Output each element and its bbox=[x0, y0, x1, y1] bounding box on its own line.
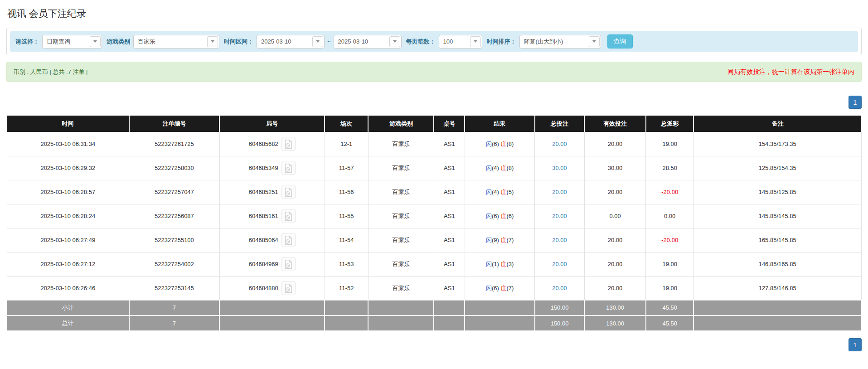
cell-session: 11-54 bbox=[325, 228, 368, 252]
total-bet-link[interactable]: 20.00 bbox=[552, 141, 567, 147]
total-bet-link[interactable]: 20.00 bbox=[552, 237, 567, 243]
view-video-button[interactable] bbox=[281, 257, 296, 271]
subtotal-row-cell-result bbox=[465, 300, 535, 316]
cell-bet_no: 522327258030 bbox=[129, 156, 220, 180]
time-sort-label: 时间排序： bbox=[487, 38, 516, 46]
subtotal-row-cell-round_no bbox=[219, 300, 325, 316]
video-record-icon bbox=[283, 211, 293, 221]
cell-payout: 19.00 bbox=[646, 276, 694, 300]
column-header-time: 时间 bbox=[7, 116, 129, 132]
date-from-select[interactable]: 2025-03-10 bbox=[257, 35, 325, 49]
cell-payout: 28.50 bbox=[646, 156, 694, 180]
grand-total-row-cell-remark bbox=[693, 316, 861, 331]
cell-remark: 154.35/173.35 bbox=[693, 132, 861, 156]
time-sort-select[interactable]: 降冪(由大到小) bbox=[519, 35, 601, 49]
summary-notice: 同局有效投注，统一计算在该局第一张注单内 bbox=[727, 68, 854, 76]
view-video-button[interactable] bbox=[281, 137, 296, 151]
time-range-label: 时间区间： bbox=[224, 38, 253, 46]
cell-table_no: AS1 bbox=[434, 252, 465, 276]
column-header-total_bet: 总投注 bbox=[535, 116, 584, 132]
cell-valid_bet: 20.00 bbox=[584, 180, 646, 204]
result-banker: 庄 bbox=[500, 165, 506, 171]
cell-round_no: 604684969 bbox=[219, 252, 325, 276]
column-header-remark: 备注 bbox=[693, 116, 861, 132]
cell-valid_bet: 20.00 bbox=[584, 132, 646, 156]
cell-bet_no: 522327253145 bbox=[129, 276, 220, 300]
result-banker-score: (7) bbox=[506, 285, 514, 291]
total-bet-link[interactable]: 20.00 bbox=[552, 285, 567, 291]
cell-payout: -20.00 bbox=[646, 228, 694, 252]
date-to-select[interactable]: 2025-03-10 bbox=[334, 35, 402, 49]
cell-bet_no: 522327256087 bbox=[129, 204, 220, 228]
result-player: 闲 bbox=[486, 237, 492, 243]
result-banker: 庄 bbox=[500, 261, 506, 267]
cell-table_no: AS1 bbox=[434, 156, 465, 180]
cell-game: 百家乐 bbox=[368, 156, 434, 180]
cell-session: 12-1 bbox=[325, 132, 368, 156]
view-video-button[interactable] bbox=[281, 185, 296, 199]
grand-total-row-cell-valid_bet: 130.00 bbox=[584, 316, 646, 331]
view-video-button[interactable] bbox=[281, 281, 296, 295]
subtotal-row-cell-remark bbox=[693, 300, 861, 316]
total-bet-link[interactable]: 20.00 bbox=[552, 261, 567, 267]
table-header-row: 时间注单编号局号场次游戏类别桌号结果总投注有效投注总派彩备注 bbox=[7, 116, 861, 132]
column-header-session: 场次 bbox=[325, 116, 368, 132]
cell-time: 2025-03-10 06:28:57 bbox=[7, 180, 129, 204]
page-size-value: 100 bbox=[439, 38, 457, 45]
cell-round_no: 604685682 bbox=[219, 132, 325, 156]
cell-total_bet: 20.00 bbox=[535, 252, 584, 276]
view-video-button[interactable] bbox=[281, 161, 296, 175]
page-1-button[interactable]: 1 bbox=[849, 96, 862, 109]
cell-valid_bet: 20.00 bbox=[584, 276, 646, 300]
page-title: 视讯 会员下注纪录 bbox=[7, 7, 862, 20]
game-type-select[interactable]: 百家乐 bbox=[133, 35, 219, 49]
query-type-group: 请选择： 日期查询 bbox=[15, 35, 102, 49]
cell-payout: -20.00 bbox=[646, 180, 694, 204]
cell-round_no: 604685064 bbox=[219, 228, 325, 252]
page-1-button[interactable]: 1 bbox=[849, 338, 862, 351]
grand-total-row-cell-time: 总计 bbox=[7, 316, 129, 331]
table-row: 2025-03-10 06:27:12522327254002604684969… bbox=[7, 252, 861, 276]
result-player-score: (6) bbox=[492, 213, 499, 219]
round-number: 604684969 bbox=[249, 261, 278, 267]
cell-game: 百家乐 bbox=[368, 204, 434, 228]
column-header-bet_no: 注单编号 bbox=[129, 116, 220, 132]
table-row: 2025-03-10 06:29:32522327258030604685349… bbox=[7, 156, 861, 180]
table-row: 2025-03-10 06:31:34522327261725604685682… bbox=[7, 132, 861, 156]
video-record-icon bbox=[283, 235, 293, 245]
search-button[interactable]: 查询 bbox=[607, 34, 633, 49]
column-header-payout: 总派彩 bbox=[646, 116, 694, 132]
pagination-top: 1 bbox=[6, 96, 862, 109]
subtotal-row-cell-table_no bbox=[434, 300, 465, 316]
cell-table_no: AS1 bbox=[434, 228, 465, 252]
grand-total-row-cell-bet_no: 7 bbox=[129, 316, 220, 331]
subtotal-row-cell-total_bet: 150.00 bbox=[535, 300, 584, 316]
total-bet-link[interactable]: 20.00 bbox=[552, 213, 567, 219]
cell-remark: 146.85/165.85 bbox=[693, 252, 861, 276]
query-type-select[interactable]: 日期查询 bbox=[42, 35, 102, 49]
grand-total-row: 总计7 150.00130.0045.50 bbox=[7, 316, 861, 331]
cell-game: 百家乐 bbox=[368, 132, 434, 156]
round-number: 604684880 bbox=[249, 285, 278, 291]
cell-bet_no: 522327261725 bbox=[129, 132, 220, 156]
cell-total_bet: 20.00 bbox=[535, 180, 584, 204]
video-record-icon bbox=[283, 139, 293, 149]
total-bet-link[interactable]: 20.00 bbox=[552, 189, 567, 195]
result-banker: 庄 bbox=[500, 213, 506, 219]
grand-total-row-cell-payout: 45.50 bbox=[646, 316, 694, 331]
result-player-score: (9) bbox=[492, 237, 499, 243]
subtotal-row: 小计7 150.00130.0045.50 bbox=[7, 300, 861, 316]
video-record-icon bbox=[283, 187, 293, 197]
page-size-select[interactable]: 100 bbox=[439, 35, 482, 49]
subtotal-row-cell-bet_no: 7 bbox=[129, 300, 220, 316]
cell-total_bet: 20.00 bbox=[535, 228, 584, 252]
grand-total-row-cell-total_bet: 150.00 bbox=[535, 316, 584, 331]
view-video-button[interactable] bbox=[281, 233, 296, 247]
cell-payout: 19.00 bbox=[646, 132, 694, 156]
filter-panel: 请选择： 日期查询 游戏类别 百家乐 时间区间： 2025-03-10 bbox=[6, 28, 862, 55]
view-video-button[interactable] bbox=[281, 209, 296, 223]
cell-result: 闲(4) 庄(5) bbox=[465, 180, 535, 204]
total-bet-link[interactable]: 30.00 bbox=[552, 165, 567, 171]
query-type-value: 日期查询 bbox=[43, 38, 74, 46]
result-banker: 庄 bbox=[500, 189, 506, 195]
